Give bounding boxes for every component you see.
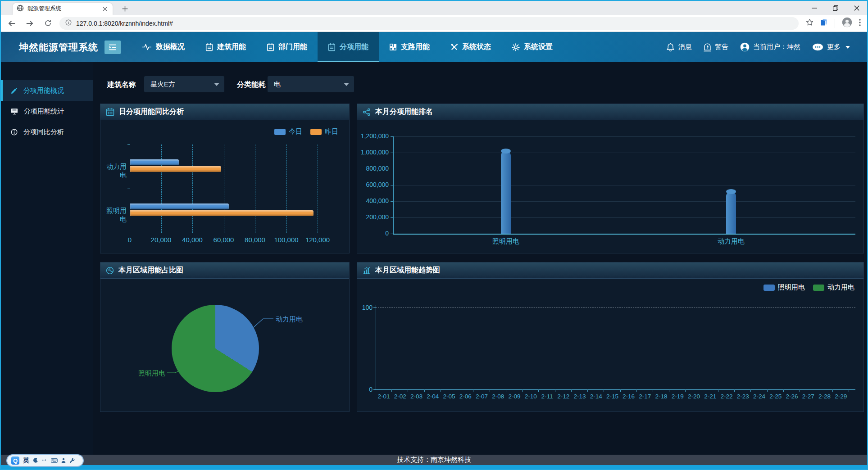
forward-icon[interactable] [23,16,37,31]
x-axis-tick [784,389,800,392]
browser-tab[interactable]: 能源管理系统 [13,3,113,15]
x-axis-tick [506,389,523,392]
x-tick-label: 2-14 [588,393,604,400]
panel-header: 本月区域用能趋势图 [357,262,863,279]
window-controls [804,1,867,15]
nav-item-item-energy[interactable]: 分项用能 [318,32,379,62]
x-tick-label: 2-13 [572,393,588,400]
bar-照明用电 [501,151,511,234]
ime-logo-icon[interactable]: Q [11,456,19,465]
sidebar-item-item-energy-overview[interactable]: 分项用能概况 [1,80,93,101]
navbar-item-label: 当前用户：坤然 [753,43,800,51]
x-axis-tick [702,389,718,392]
y-axis-line [130,145,130,233]
ime-language-toggle[interactable]: 英 [23,456,29,465]
site-info-icon[interactable] [65,19,72,27]
energy-select[interactable]: 电 [268,76,354,92]
x-tick-label: 2-02 [392,393,408,400]
legend-item-照明用电[interactable]: 照明用电 [763,283,805,292]
x-tick-label: 120,000 [299,236,336,244]
branch-icon [389,43,397,51]
panel-monthly-ranking: 本月分项用能排名 0200,000400,000600,000800,0001,… [357,104,864,253]
ime-fullhalf-moon-icon[interactable] [33,458,38,463]
bar-今日-照明用电 [130,203,229,209]
x-axis-tick [735,389,751,392]
bar-top-cap [501,149,511,154]
legend-swatch [813,285,824,291]
legend-item-动力用电[interactable]: 动力用电 [813,283,854,292]
app-title: 坤然能源管理系统 [19,41,98,54]
nav-item-system-status[interactable]: 系统状态 [440,32,501,62]
navbar-more[interactable]: 更多 [812,43,850,51]
gridline [192,145,193,233]
panel-header: 本月区域用能占比图 [100,262,349,279]
bookmark-star-icon[interactable] [806,18,813,28]
tab-close-icon[interactable] [101,5,109,13]
y-tick-label: 200,000 [357,213,389,221]
gridline [255,145,255,233]
extension-icon[interactable] [820,18,828,28]
gridline [393,153,855,153]
url-field[interactable]: 127.0.0.1:8020/krznnh/index.html# [59,17,799,30]
ime-settings-wrench-icon[interactable] [69,458,75,463]
restore-button[interactable] [825,1,846,15]
sidebar-collapse-button[interactable] [105,41,121,54]
nav-item-system-settings[interactable]: 系统设置 [501,32,563,62]
x-axis-tick [816,389,832,392]
browser-menu-icon[interactable] [859,19,861,28]
navbar-messages[interactable]: 消息 [666,43,692,52]
sidebar-item-item-energy-stats[interactable]: 分项用能统计 [1,101,93,122]
gridline [393,136,855,137]
y-axis-tick [127,145,130,145]
pie-label-照明用电: 照明用电 [138,369,165,378]
x-axis-tick [539,389,555,392]
minimize-button[interactable] [804,1,825,15]
nav-item-label: 分项用能 [340,42,368,52]
ime-keyboard-icon[interactable] [51,458,58,463]
legend-swatch [310,129,322,135]
x-axis-tick [457,389,473,392]
y-tick-label: 600,000 [357,181,389,188]
new-tab-button[interactable] [120,4,130,14]
y-tick-label: 1,200,000 [357,132,389,140]
max-gridline-dashed [376,307,855,308]
chart-daily-comparison: 今日昨日020,00040,00060,00080,000100,000120,… [100,120,349,253]
nav-item-branch-energy[interactable]: 支路用能 [379,32,440,62]
pie-label-动力用电: 动力用电 [276,315,303,324]
main-content: 建筑名称 星火E方 分类能耗 电 日分项用能同比分析 今日昨日020,00040… [93,62,867,455]
x-axis-tick [473,389,490,392]
ime-punctuation-icon[interactable] [42,459,47,462]
reload-icon[interactable] [41,16,55,31]
y-tick-label: 1,000,000 [357,149,389,156]
navbar-alerts[interactable]: 警告 [704,43,728,52]
navbar-right-actions: 消息警告当前用户：坤然更多 [666,32,850,62]
x-tick-label: 2-29 [833,393,849,400]
building-select[interactable]: 星火E方 [144,76,224,92]
sidebar-item-item-yoy-analysis[interactable]: 分项同比分析 [1,122,93,142]
y-tick-label: 0 [357,230,389,237]
nav-item-department-energy[interactable]: 部门用能 [256,32,318,62]
x-axis-tick [669,389,686,392]
sidebar-item-label: 分项用能概况 [23,86,64,95]
legend-item-今日[interactable]: 今日 [274,127,302,136]
x-axis-line [130,233,318,233]
close-button[interactable] [846,1,867,15]
nav-item-data-overview[interactable]: 数据概况 [132,32,195,62]
energy-type-label: 分类能耗 [237,80,266,90]
footer: 技术支持：南京坤然科技 [1,455,867,465]
x-axis-tick [686,389,702,392]
nav-item-label: 系统状态 [462,42,491,52]
legend-label: 昨日 [325,127,338,136]
profile-avatar-icon[interactable] [842,17,852,29]
gridline [393,217,855,218]
panel-title: 本月区域用能占比图 [118,266,183,275]
chart-region-pie: 动力用电照明用电 [100,279,349,411]
x-tick-label: 2-26 [784,393,800,400]
ime-profile-icon[interactable] [61,458,66,463]
navbar-current-user[interactable]: 当前用户：坤然 [740,42,800,52]
nav-item-building-energy[interactable]: 建筑用能 [195,32,256,62]
chart-region-trend: 照明用电动力用电10002-012-022-032-042-052-062-07… [357,279,863,411]
back-icon[interactable] [5,16,19,31]
legend-item-昨日[interactable]: 昨日 [310,127,338,136]
chevron-down-icon [214,83,219,86]
